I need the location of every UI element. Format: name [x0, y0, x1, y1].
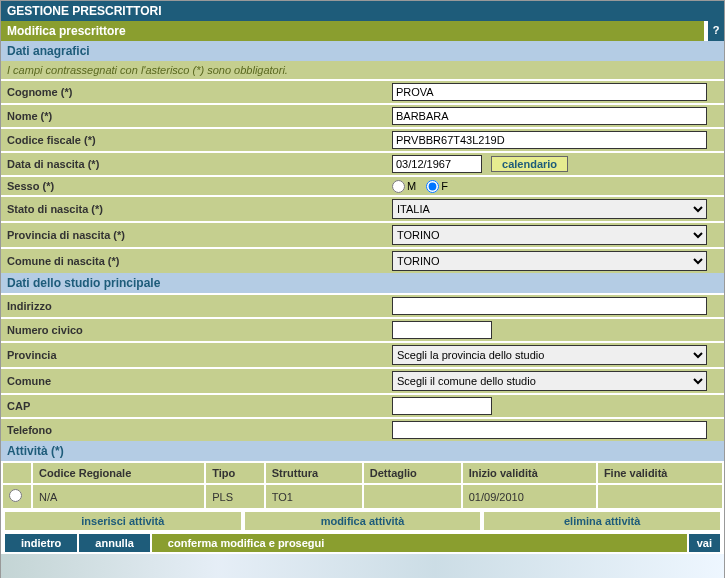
label-nome: Nome (*) — [1, 107, 386, 125]
annulla-button[interactable]: annulla — [79, 534, 150, 552]
cell-codice: N/A — [33, 485, 204, 508]
label-f: F — [441, 180, 448, 192]
footer-decoration — [1, 554, 724, 578]
th-dettaglio: Dettaglio — [364, 463, 461, 483]
th-codice: Codice Regionale — [33, 463, 204, 483]
section-attivita: Attività (*) — [1, 441, 724, 461]
label-cap: CAP — [1, 397, 386, 415]
th-struttura: Struttura — [266, 463, 362, 483]
th-fine: Fine validità — [598, 463, 722, 483]
label-civico: Numero civico — [1, 321, 386, 339]
th-tipo: Tipo — [206, 463, 264, 483]
input-cap[interactable] — [392, 397, 492, 415]
section-anagrafica: Dati anagrafici — [1, 41, 724, 61]
label-stato-nascita: Stato di nascita (*) — [1, 200, 386, 218]
select-stato-nascita[interactable]: ITALIA — [392, 199, 707, 219]
input-cf[interactable] — [392, 131, 707, 149]
vai-button[interactable]: vai — [689, 534, 720, 552]
label-cf: Codice fiscale (*) — [1, 131, 386, 149]
table-row: N/A PLS TO1 01/09/2010 — [3, 485, 722, 508]
cell-struttura: TO1 — [266, 485, 362, 508]
input-data-nascita[interactable] — [392, 155, 482, 173]
label-provincia: Provincia — [1, 346, 386, 364]
cell-inizio: 01/09/2010 — [463, 485, 596, 508]
input-cognome[interactable] — [392, 83, 707, 101]
row-select-radio[interactable] — [9, 489, 22, 502]
main-panel: GESTIONE PRESCRITTORI Modifica prescritt… — [0, 0, 725, 578]
select-provincia-studio[interactable]: Scegli la provincia dello studio — [392, 345, 707, 365]
radio-sesso-m[interactable] — [392, 180, 405, 193]
conferma-button[interactable]: conferma modifica e prosegui — [152, 534, 687, 552]
cell-tipo: PLS — [206, 485, 264, 508]
label-provincia-nascita: Provincia di nascita (*) — [1, 226, 386, 244]
inserisci-attivita-button[interactable]: inserisci attività — [5, 512, 241, 530]
label-cognome: Cognome (*) — [1, 83, 386, 101]
modifica-attivita-button[interactable]: modifica attività — [245, 512, 481, 530]
page-title: GESTIONE PRESCRITTORI — [1, 1, 724, 21]
label-comune-nascita: Comune di nascita (*) — [1, 252, 386, 270]
helper-text: I campi contrassegnati con l'asterisco (… — [1, 61, 724, 79]
activity-table: Codice Regionale Tipo Struttura Dettagli… — [1, 461, 724, 510]
radio-sesso-f[interactable] — [426, 180, 439, 193]
input-indirizzo[interactable] — [392, 297, 707, 315]
help-button[interactable]: ? — [708, 21, 724, 41]
select-comune-studio[interactable]: Scegli il comune dello studio — [392, 371, 707, 391]
label-comune: Comune — [1, 372, 386, 390]
label-indirizzo: Indirizzo — [1, 297, 386, 315]
label-m: M — [407, 180, 416, 192]
subtitle: Modifica prescrittore — [1, 21, 704, 41]
cell-dettaglio — [364, 485, 461, 508]
label-sesso: Sesso (*) — [1, 177, 386, 195]
input-civico[interactable] — [392, 321, 492, 339]
select-comune-nascita[interactable]: TORINO — [392, 251, 707, 271]
select-provincia-nascita[interactable]: TORINO — [392, 225, 707, 245]
label-telefono: Telefono — [1, 421, 386, 439]
cell-fine — [598, 485, 722, 508]
label-data-nascita: Data di nascita (*) — [1, 155, 386, 173]
elimina-attivita-button[interactable]: elimina attività — [484, 512, 720, 530]
indietro-button[interactable]: indietro — [5, 534, 77, 552]
th-inizio: Inizio validità — [463, 463, 596, 483]
input-telefono[interactable] — [392, 421, 707, 439]
section-studio: Dati dello studio principale — [1, 273, 724, 293]
input-nome[interactable] — [392, 107, 707, 125]
calendario-button[interactable]: calendario — [491, 156, 568, 172]
